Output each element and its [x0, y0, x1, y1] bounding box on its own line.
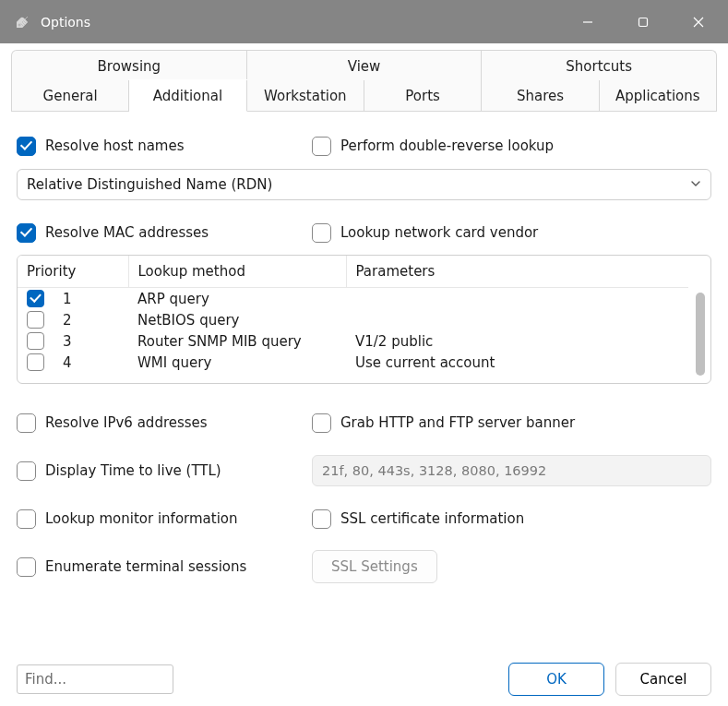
display-ttl-checkbox[interactable] — [17, 461, 36, 481]
resolve-mac-label: Resolve MAC addresses — [45, 224, 209, 241]
svg-rect-1 — [639, 18, 648, 26]
find-input[interactable] — [17, 664, 173, 694]
ssl-settings-label: SSL Settings — [331, 558, 418, 575]
lookup-method-table[interactable]: Priority Lookup method Parameters 1ARP q… — [17, 255, 711, 384]
lookup-row-checkbox[interactable] — [27, 311, 44, 329]
name-format-value: Relative Distinguished Name (RDN) — [27, 176, 272, 193]
lookup-row-checkbox[interactable] — [27, 353, 44, 371]
resolve-host-names-checkbox[interactable] — [17, 137, 36, 156]
tab-additional[interactable]: Additional — [129, 80, 246, 112]
window-controls — [560, 0, 726, 43]
tab-label: View — [348, 58, 381, 75]
lookup-monitor-checkbox[interactable] — [17, 509, 36, 529]
titlebar: Options — [0, 0, 728, 43]
ssl-settings-button: SSL Settings — [312, 550, 437, 583]
close-button[interactable] — [671, 0, 726, 43]
method-value: ARP query — [128, 288, 346, 310]
lookup-vendor-checkbox[interactable] — [312, 223, 331, 243]
parameters-value: Use current account — [346, 352, 688, 373]
tab-applications[interactable]: Applications — [600, 80, 717, 112]
parameters-value — [346, 288, 688, 310]
parameters-value — [346, 309, 688, 330]
lookup-row-checkbox[interactable] — [27, 332, 44, 350]
scrollbar-thumb[interactable] — [696, 293, 705, 376]
double-reverse-checkbox[interactable] — [312, 137, 331, 156]
method-value: NetBIOS query — [128, 309, 346, 330]
parameters-value: V1/2 public — [346, 330, 688, 352]
resolve-ipv6-checkbox[interactable] — [17, 413, 36, 433]
name-format-select[interactable]: Relative Distinguished Name (RDN) — [17, 169, 711, 200]
cancel-button[interactable]: Cancel — [615, 663, 711, 696]
tab-label: Browsing — [98, 58, 161, 75]
tab-ports[interactable]: Ports — [364, 80, 482, 112]
col-method[interactable]: Lookup method — [128, 256, 346, 288]
col-parameters[interactable]: Parameters — [346, 256, 688, 288]
window-title: Options — [41, 15, 560, 30]
tab-label: Shortcuts — [566, 58, 632, 75]
grab-banner-label: Grab HTTP and FTP server banner — [340, 414, 575, 431]
ssl-cert-checkbox[interactable] — [312, 509, 331, 529]
table-row[interactable]: 4WMI queryUse current account — [18, 352, 688, 373]
resolve-ipv6-label: Resolve IPv6 addresses — [45, 414, 208, 431]
priority-value: 3 — [63, 333, 72, 350]
app-icon — [13, 13, 31, 31]
cancel-label: Cancel — [640, 671, 687, 688]
priority-value: 1 — [63, 291, 72, 307]
tab-label: Additional — [153, 88, 222, 104]
maximize-button[interactable] — [615, 0, 671, 43]
method-value: WMI query — [128, 352, 346, 373]
ok-button[interactable]: OK — [508, 663, 604, 696]
tab-label: Applications — [615, 88, 700, 104]
tab-shares[interactable]: Shares — [482, 80, 599, 112]
table-row[interactable]: 2NetBIOS query — [18, 309, 688, 330]
tab-label: Shares — [517, 88, 564, 104]
tab-view[interactable]: View — [247, 50, 483, 81]
tab-label: General — [43, 88, 98, 104]
banner-ports-field — [312, 455, 711, 486]
resolve-mac-checkbox[interactable] — [17, 223, 36, 243]
tab-browsing[interactable]: Browsing — [11, 50, 247, 81]
tab-workstation[interactable]: Workstation — [247, 80, 364, 112]
priority-value: 2 — [63, 312, 72, 329]
col-priority[interactable]: Priority — [18, 256, 128, 288]
tab-general[interactable]: General — [11, 80, 129, 112]
tab-shortcuts[interactable]: Shortcuts — [482, 50, 717, 81]
lookup-vendor-label: Lookup network card vendor — [340, 224, 538, 241]
priority-value: 4 — [63, 354, 72, 371]
dialog-footer: OK Cancel — [0, 652, 728, 706]
grab-banner-checkbox[interactable] — [312, 413, 331, 433]
lookup-monitor-label: Lookup monitor information — [45, 510, 238, 527]
tab-label: Workstation — [264, 88, 347, 104]
method-value: Router SNMP MIB query — [128, 330, 346, 352]
enumerate-terminal-label: Enumerate terminal sessions — [45, 558, 246, 575]
enumerate-terminal-checkbox[interactable] — [17, 557, 36, 577]
ok-label: OK — [546, 671, 567, 688]
tabs: Browsing View Shortcuts General Addition… — [11, 50, 717, 113]
double-reverse-label: Perform double-reverse lookup — [340, 138, 554, 154]
resolve-host-names-label: Resolve host names — [45, 138, 185, 154]
table-row[interactable]: 1ARP query — [18, 288, 688, 310]
minimize-button[interactable] — [560, 0, 615, 43]
chevron-down-icon — [690, 176, 701, 193]
lookup-row-checkbox[interactable] — [27, 290, 44, 307]
table-row[interactable]: 3Router SNMP MIB queryV1/2 public — [18, 330, 688, 352]
svg-point-0 — [18, 23, 21, 26]
ssl-cert-label: SSL certificate information — [340, 510, 524, 527]
tab-label: Ports — [405, 88, 440, 104]
display-ttl-label: Display Time to live (TTL) — [45, 462, 221, 479]
